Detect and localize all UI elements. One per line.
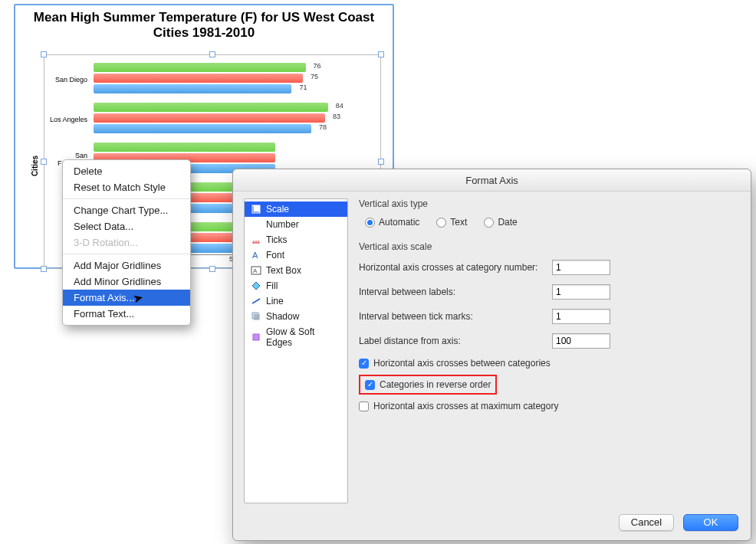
resize-handle[interactable] xyxy=(209,266,215,272)
sidebar-item[interactable]: Ticks xyxy=(245,232,347,247)
interval-ticks-label: Interval between tick marks: xyxy=(359,311,552,322)
category-label: San Diego xyxy=(44,76,90,84)
shadow-icon xyxy=(251,311,261,322)
interval-labels-label: Interval between labels: xyxy=(359,287,552,297)
sidebar-item[interactable]: Fill xyxy=(245,278,347,293)
category-group: San Diego767571 xyxy=(94,60,373,100)
interval-labels-input[interactable] xyxy=(552,284,610,300)
menu-item[interactable]: Select Data... xyxy=(63,218,190,234)
sidebar-item[interactable]: Scale xyxy=(245,202,347,217)
bar-value-label: 78 xyxy=(319,123,327,131)
axis-type-radio[interactable]: Automatic xyxy=(365,217,419,228)
between-categories-checkbox[interactable] xyxy=(359,359,369,369)
menu-item[interactable]: Change Chart Type... xyxy=(63,202,190,218)
sidebar-item-label: Ticks xyxy=(266,234,288,245)
sidebar-item-label: Line xyxy=(266,296,284,306)
reverse-order-label: Categories in reverse order xyxy=(380,379,491,390)
reverse-order-checkbox[interactable] xyxy=(365,380,375,390)
font-icon: A xyxy=(251,250,261,261)
bar[interactable]: 76 xyxy=(94,63,306,72)
radio-icon xyxy=(436,218,446,228)
cancel-button[interactable]: Cancel xyxy=(619,514,674,531)
menu-item[interactable]: Format Axis... xyxy=(63,290,190,306)
reverse-order-highlight: Categories in reverse order xyxy=(359,375,497,395)
bar-value-label: 76 xyxy=(314,62,321,70)
format-axis-dialog[interactable]: Format Axis ScaleNumberTicksAFontAText B… xyxy=(232,169,751,541)
radio-icon xyxy=(484,218,494,228)
menu-item[interactable]: Add Major Gridlines xyxy=(63,257,190,274)
ticks-icon xyxy=(251,234,261,245)
bar[interactable]: 84 xyxy=(94,103,328,112)
fill-icon xyxy=(251,280,261,291)
category-group: Los Angeles848378 xyxy=(94,100,373,139)
interval-ticks-input[interactable] xyxy=(552,309,610,324)
resize-handle[interactable] xyxy=(41,51,47,57)
ok-button[interactable]: OK xyxy=(683,514,738,531)
at-maximum-checkbox[interactable] xyxy=(359,401,369,411)
sidebar-item-label: Fill xyxy=(266,280,278,291)
sidebar-item[interactable]: Line xyxy=(245,293,347,309)
label-distance-input[interactable] xyxy=(552,333,610,349)
sidebar-item[interactable]: Glow & Soft Edges xyxy=(245,324,347,350)
radio-label: Automatic xyxy=(379,217,419,228)
crosses-at-label: Horizontal axis crosses at category numb… xyxy=(359,262,552,273)
dialog-button-bar: Cancel OK xyxy=(619,514,738,531)
svg-text:A: A xyxy=(252,251,258,260)
radio-label: Text xyxy=(450,217,467,228)
bar[interactable]: 83 xyxy=(94,113,325,123)
radio-icon xyxy=(365,218,375,228)
sidebar-item-label: Shadow xyxy=(266,311,299,322)
axis-type-radio[interactable]: Date xyxy=(484,217,517,228)
resize-handle[interactable] xyxy=(378,51,384,57)
menu-separator xyxy=(63,254,190,254)
line-icon xyxy=(251,296,261,306)
sidebar-item[interactable]: AText Box xyxy=(245,263,347,278)
menu-item[interactable]: Add Minor Gridlines xyxy=(63,274,190,290)
svg-text:A: A xyxy=(253,267,258,274)
dialog-sidebar[interactable]: ScaleNumberTicksAFontAText BoxFillLineSh… xyxy=(244,198,348,503)
bar-value-label: 71 xyxy=(299,84,307,91)
sidebar-item[interactable]: AFont xyxy=(245,247,347,263)
between-categories-label: Horizontal axis crosses between categori… xyxy=(373,358,551,369)
sidebar-item-label: Scale xyxy=(266,204,289,215)
svg-rect-6 xyxy=(253,334,259,340)
label-distance-label: Label distance from axis: xyxy=(359,336,552,346)
menu-item[interactable]: Format Text... xyxy=(63,306,190,322)
svg-rect-5 xyxy=(254,314,260,320)
bar-value-label: 75 xyxy=(311,73,318,80)
context-menu[interactable]: DeleteReset to Match StyleChange Chart T… xyxy=(62,159,191,326)
bar[interactable]: 71 xyxy=(94,84,291,93)
chart-title: Mean High Summer Temperature (F) for US … xyxy=(15,5,393,41)
at-maximum-label: Horizontal axis crosses at maximum categ… xyxy=(373,401,558,411)
crosses-at-input[interactable] xyxy=(552,260,610,275)
resize-handle[interactable] xyxy=(41,266,47,272)
glow-icon xyxy=(251,332,261,342)
bar[interactable]: 78 xyxy=(94,124,311,133)
resize-handle[interactable] xyxy=(378,159,384,165)
menu-separator xyxy=(63,198,190,199)
category-label: Los Angeles xyxy=(44,116,90,123)
radio-label: Date xyxy=(498,217,517,228)
menu-item[interactable]: Delete xyxy=(63,163,190,179)
bar-value-label: 83 xyxy=(333,113,340,120)
sidebar-item-label: Font xyxy=(266,250,284,261)
textbox-icon: A xyxy=(251,265,261,276)
dialog-title: Format Axis xyxy=(233,169,751,192)
sidebar-item-label: Text Box xyxy=(266,265,301,276)
blank-icon xyxy=(251,219,261,230)
resize-handle[interactable] xyxy=(209,51,215,57)
sidebar-item[interactable]: Number xyxy=(245,217,347,232)
bar[interactable] xyxy=(94,143,275,152)
axis-type-radio-group: AutomaticTextDate xyxy=(365,217,740,228)
bar-value-label: 84 xyxy=(336,102,343,110)
sidebar-item[interactable]: Shadow xyxy=(245,309,347,324)
section-title: Vertical axis scale xyxy=(359,241,740,252)
menu-item: 3-D Rotation... xyxy=(63,234,190,251)
y-axis-title: Cities xyxy=(31,156,39,176)
bar[interactable]: 75 xyxy=(94,74,303,83)
section-title: Vertical axis type xyxy=(359,198,740,209)
sidebar-item-label: Glow & Soft Edges xyxy=(266,326,341,348)
menu-item[interactable]: Reset to Match Style xyxy=(63,179,190,195)
sidebar-item-label: Number xyxy=(266,219,299,230)
axis-type-radio[interactable]: Text xyxy=(436,217,467,228)
